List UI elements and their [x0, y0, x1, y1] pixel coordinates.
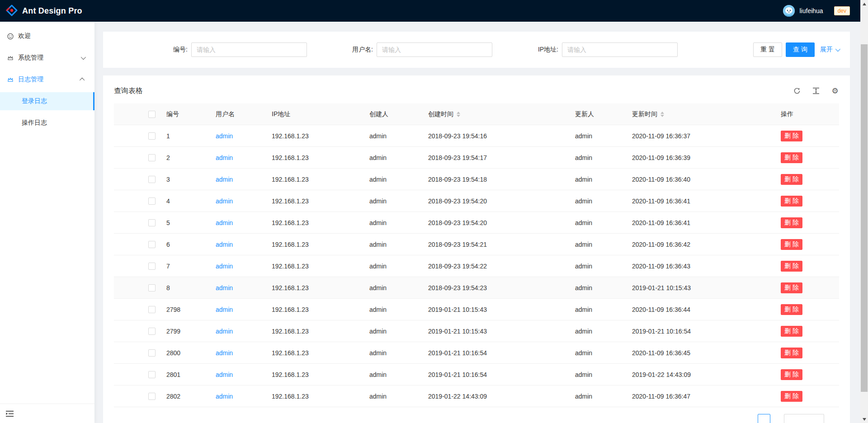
expand-link-label: 展开 [820, 46, 833, 54]
pagination-size-select[interactable] [784, 414, 824, 423]
chevron-down-icon [835, 47, 840, 52]
column-header-created-sort[interactable]: 创建时间 [428, 110, 460, 118]
username-link[interactable]: admin [216, 154, 233, 161]
table-row: 7 admin 192.168.1.23 admin 2018-09-23 19… [114, 255, 839, 277]
cell-created-time: 2019-01-22 14:43:09 [428, 393, 575, 400]
row-checkbox[interactable] [148, 132, 156, 140]
table-header-row: 编号 用户名 IP地址 创建人 创建时间 更新人 更新时间 [114, 103, 839, 125]
user-avatar[interactable] [783, 5, 795, 17]
sidebar-item-log-management[interactable]: 日志管理 [0, 70, 94, 89]
delete-button[interactable]: 删 除 [781, 217, 802, 228]
table-row: 3 admin 192.168.1.23 admin 2018-09-23 19… [114, 169, 839, 190]
row-checkbox[interactable] [148, 197, 156, 205]
cell-creator: admin [369, 241, 428, 248]
username-link[interactable]: admin [216, 132, 233, 140]
column-header-username: 用户名 [216, 110, 272, 118]
delete-button[interactable]: 删 除 [781, 131, 802, 141]
username-link[interactable]: admin [216, 349, 233, 357]
scrollbar-up-arrow[interactable] [860, 0, 868, 8]
column-header-id: 编号 [166, 110, 216, 118]
app-title: Ant Design Pro [22, 6, 82, 16]
vertical-scrollbar [860, 0, 868, 423]
cell-ip: 192.168.1.23 [272, 349, 369, 357]
select-all-checkbox[interactable] [148, 111, 156, 118]
username-link[interactable]: admin [216, 241, 233, 248]
row-checkbox[interactable] [148, 176, 156, 183]
sidebar-item-login-log[interactable]: 登录日志 [0, 92, 94, 110]
sidebar-footer [0, 404, 94, 423]
menu-fold-icon[interactable] [6, 409, 15, 418]
sidebar-item-label: 欢迎 [18, 32, 87, 40]
ip-field[interactable] [562, 42, 678, 57]
row-checkbox[interactable] [148, 328, 156, 335]
cell-ip: 192.168.1.23 [272, 328, 369, 335]
delete-button[interactable]: 删 除 [781, 152, 802, 163]
density-icon[interactable] [812, 87, 820, 95]
username-link[interactable]: admin [216, 284, 233, 291]
id-field[interactable] [191, 42, 307, 57]
query-button[interactable]: 查 询 [786, 42, 815, 57]
column-header-action: 操作 [781, 110, 839, 118]
cell-updated-time: 2020-11-09 16:36:39 [632, 154, 781, 161]
delete-button[interactable]: 删 除 [781, 348, 802, 358]
sidebar-item-system-management[interactable]: 系统管理 [0, 49, 94, 67]
delete-button[interactable]: 删 除 [781, 196, 802, 207]
table-row: 2802 admin 192.168.1.23 admin 2019-01-22… [114, 385, 839, 407]
row-checkbox[interactable] [148, 349, 156, 357]
cell-updated-time: 2020-11-09 16:36:37 [632, 132, 781, 140]
table-row: 6 admin 192.168.1.23 admin 2018-09-23 19… [114, 234, 839, 255]
delete-button[interactable]: 删 除 [781, 304, 802, 315]
column-header-updater: 更新人 [575, 110, 632, 118]
expand-link[interactable]: 展开 [820, 46, 839, 54]
row-checkbox[interactable] [148, 371, 156, 378]
cell-ip: 192.168.1.23 [272, 263, 369, 270]
pagination-page-1-button[interactable] [758, 414, 770, 423]
row-checkbox[interactable] [148, 154, 156, 161]
scrollbar-thumb[interactable] [861, 44, 868, 392]
cell-ip: 192.168.1.23 [272, 176, 369, 183]
username-link[interactable]: admin [216, 306, 233, 313]
query-table: 编号 用户名 IP地址 创建人 创建时间 更新人 更新时间 [114, 103, 839, 423]
table-row: 5 admin 192.168.1.23 admin 2018-09-23 19… [114, 212, 839, 234]
sidebar-item-operation-log[interactable]: 操作日志 [0, 114, 94, 132]
settings-icon[interactable]: ⚙ [831, 87, 839, 95]
delete-button[interactable]: 删 除 [781, 391, 802, 402]
username-link[interactable]: admin [216, 176, 233, 183]
scrollbar-down-arrow[interactable] [860, 415, 868, 423]
row-checkbox[interactable] [148, 393, 156, 400]
sidebar-item-welcome[interactable]: 欢迎 [0, 27, 94, 45]
reset-button[interactable]: 重 置 [753, 42, 782, 57]
username[interactable]: liufeihua [799, 7, 823, 14]
row-checkbox[interactable] [148, 241, 156, 248]
username-link[interactable]: admin [216, 328, 233, 335]
username-field[interactable] [377, 42, 492, 57]
delete-button[interactable]: 删 除 [781, 369, 802, 380]
cell-created-time: 2018-09-23 19:54:16 [428, 132, 575, 140]
cell-updated-time: 2020-11-09 16:36:41 [632, 197, 781, 205]
cell-updater: admin [575, 219, 632, 226]
cell-created-time: 2018-09-23 19:54:20 [428, 219, 575, 226]
row-checkbox[interactable] [148, 284, 156, 291]
username-link[interactable]: admin [216, 371, 233, 378]
row-checkbox[interactable] [148, 306, 156, 313]
delete-button[interactable]: 删 除 [781, 239, 802, 250]
username-link[interactable]: admin [216, 393, 233, 400]
column-header-updated-sort[interactable]: 更新时间 [632, 110, 664, 118]
username-field-label: 用户名: [307, 46, 377, 54]
logo-area[interactable]: Ant Design Pro [6, 5, 82, 18]
refresh-icon[interactable] [793, 87, 801, 95]
cell-created-time: 2019-01-21 10:16:54 [428, 349, 575, 357]
row-checkbox[interactable] [148, 219, 156, 226]
row-checkbox[interactable] [148, 263, 156, 270]
username-link[interactable]: admin [216, 219, 233, 226]
delete-button[interactable]: 删 除 [781, 282, 802, 293]
username-link[interactable]: admin [216, 197, 233, 205]
delete-button[interactable]: 删 除 [781, 326, 802, 337]
username-link[interactable]: admin [216, 263, 233, 270]
table-row: 2799 admin 192.168.1.23 admin 2019-01-21… [114, 320, 839, 342]
cell-ip: 192.168.1.23 [272, 154, 369, 161]
delete-button[interactable]: 删 除 [781, 174, 802, 185]
delete-button[interactable]: 删 除 [781, 261, 802, 272]
cell-created-time: 2018-09-23 19:54:22 [428, 263, 575, 270]
table-row: 1 admin 192.168.1.23 admin 2018-09-23 19… [114, 125, 839, 147]
